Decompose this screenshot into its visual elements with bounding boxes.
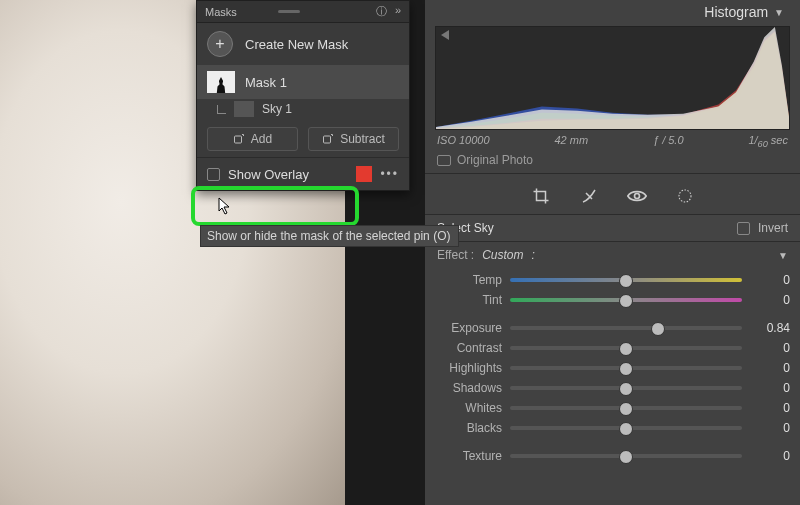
tooltip-text: Show or hide the mask of the selected pi… bbox=[207, 229, 450, 243]
slider-track[interactable] bbox=[510, 381, 742, 395]
slider-track[interactable] bbox=[510, 401, 742, 415]
slider-knob[interactable] bbox=[619, 274, 633, 288]
slider-label: Blacks bbox=[435, 421, 502, 435]
mask-subitem[interactable]: Sky 1 bbox=[197, 99, 409, 121]
slider-track[interactable] bbox=[510, 341, 742, 355]
chevron-down-icon: ▼ bbox=[774, 7, 784, 18]
overlay-color-swatch[interactable] bbox=[356, 166, 372, 182]
mask-tool-icon[interactable] bbox=[675, 186, 695, 206]
slider-label: Highlights bbox=[435, 361, 502, 375]
slider-label: Exposure bbox=[435, 321, 502, 335]
slider-value: 0 bbox=[750, 273, 790, 287]
slider-temp[interactable]: Temp0 bbox=[435, 270, 790, 290]
mask-item[interactable]: Mask 1 bbox=[197, 65, 409, 99]
slider-tint[interactable]: Tint0 bbox=[435, 290, 790, 310]
histogram-chart[interactable] bbox=[435, 26, 790, 130]
subtract-icon bbox=[322, 133, 334, 145]
subtract-button[interactable]: Subtract bbox=[308, 127, 399, 151]
slider-knob[interactable] bbox=[619, 402, 633, 416]
svg-rect-3 bbox=[324, 136, 331, 143]
slider-track[interactable] bbox=[510, 449, 742, 463]
masks-title-icons: ⓘ » bbox=[376, 4, 401, 19]
tooltip: Show or hide the mask of the selected pi… bbox=[200, 225, 459, 247]
create-mask-row[interactable]: + Create New Mask bbox=[197, 23, 409, 65]
add-subtract-row: Add Subtract bbox=[197, 121, 409, 157]
clip-left-icon[interactable] bbox=[441, 30, 449, 40]
slider-label: Tint bbox=[435, 293, 502, 307]
mask-item-label: Mask 1 bbox=[245, 75, 287, 90]
slider-knob[interactable] bbox=[619, 362, 633, 376]
masks-titlebar[interactable]: Masks ⓘ » bbox=[197, 1, 409, 23]
redeye-tool-icon[interactable] bbox=[627, 186, 647, 206]
slider-value: 0 bbox=[750, 449, 790, 463]
info-icon[interactable]: ⓘ bbox=[376, 4, 387, 19]
original-photo-label: Original Photo bbox=[457, 153, 533, 167]
slider-contrast[interactable]: Contrast0 bbox=[435, 338, 790, 358]
slider-track[interactable] bbox=[510, 421, 742, 435]
readout-shutter: 1/60 sec bbox=[748, 134, 788, 149]
slider-value: 0 bbox=[750, 293, 790, 307]
slider-highlights[interactable]: Highlights0 bbox=[435, 358, 790, 378]
histogram-header[interactable]: Histogram ▼ bbox=[425, 0, 800, 22]
slider-value: 0 bbox=[750, 421, 790, 435]
tool-row bbox=[425, 178, 800, 214]
slider-blacks[interactable]: Blacks0 bbox=[435, 418, 790, 438]
mask-thumb-icon bbox=[207, 71, 235, 93]
slider-knob[interactable] bbox=[619, 342, 633, 356]
divider bbox=[425, 173, 800, 174]
more-icon[interactable]: ••• bbox=[380, 167, 399, 181]
slider-group: Temp0Tint0Exposure0.84Contrast0Highlight… bbox=[425, 268, 800, 468]
sky-thumb-icon bbox=[234, 101, 254, 117]
slider-track[interactable] bbox=[510, 321, 742, 335]
slider-knob[interactable] bbox=[619, 294, 633, 308]
mask-subitem-label: Sky 1 bbox=[262, 102, 292, 116]
slider-label: Temp bbox=[435, 273, 502, 287]
slider-knob[interactable] bbox=[651, 322, 665, 336]
panel-grip-icon[interactable] bbox=[278, 10, 300, 13]
masks-panel[interactable]: Masks ⓘ » + Create New Mask Mask 1 Sky 1… bbox=[196, 0, 410, 191]
readout-aperture: ƒ / 5.0 bbox=[653, 134, 684, 149]
slider-shadows[interactable]: Shadows0 bbox=[435, 378, 790, 398]
slider-value: 0.84 bbox=[750, 321, 790, 335]
slider-track[interactable] bbox=[510, 361, 742, 375]
disclosure-icon[interactable]: ▼ bbox=[778, 250, 788, 261]
add-button[interactable]: Add bbox=[207, 127, 298, 151]
histogram-readout: ISO 10000 42 mm ƒ / 5.0 1/60 sec bbox=[437, 134, 788, 149]
slider-track[interactable] bbox=[510, 293, 742, 307]
show-overlay-checkbox[interactable] bbox=[207, 168, 220, 181]
tree-corner-icon bbox=[217, 105, 226, 114]
right-panel: Histogram ▼ ISO 10000 42 mm ƒ / 5.0 1/60… bbox=[425, 0, 800, 505]
heal-tool-icon[interactable] bbox=[579, 186, 599, 206]
slider-knob[interactable] bbox=[619, 450, 633, 464]
crop-tool-icon[interactable] bbox=[531, 186, 551, 206]
slider-whites[interactable]: Whites0 bbox=[435, 398, 790, 418]
slider-value: 0 bbox=[750, 341, 790, 355]
slider-value: 0 bbox=[750, 381, 790, 395]
section-header: Select Sky Invert bbox=[425, 214, 800, 242]
invert-label: Invert bbox=[758, 221, 788, 235]
add-label: Add bbox=[251, 132, 272, 146]
original-photo-toggle[interactable]: Original Photo bbox=[437, 153, 788, 167]
effect-value: Custom bbox=[482, 248, 523, 262]
histogram-title: Histogram bbox=[704, 4, 768, 20]
slider-label: Whites bbox=[435, 401, 502, 415]
effect-row[interactable]: Effect : Custom : ▼ bbox=[425, 242, 800, 268]
collapse-icon[interactable]: » bbox=[395, 4, 401, 19]
invert-checkbox[interactable] bbox=[737, 222, 750, 235]
slider-label: Texture bbox=[435, 449, 502, 463]
subtract-label: Subtract bbox=[340, 132, 385, 146]
slider-knob[interactable] bbox=[619, 382, 633, 396]
create-mask-button[interactable]: + bbox=[207, 31, 233, 57]
show-overlay-label: Show Overlay bbox=[228, 167, 309, 182]
checkbox-icon bbox=[437, 155, 451, 166]
slider-track[interactable] bbox=[510, 273, 742, 287]
show-overlay-row[interactable]: Show Overlay ••• bbox=[197, 157, 409, 190]
slider-texture[interactable]: Texture0 bbox=[435, 446, 790, 466]
add-icon bbox=[233, 133, 245, 145]
slider-value: 0 bbox=[750, 401, 790, 415]
slider-knob[interactable] bbox=[619, 422, 633, 436]
slider-value: 0 bbox=[750, 361, 790, 375]
slider-exposure[interactable]: Exposure0.84 bbox=[435, 318, 790, 338]
slider-label: Contrast bbox=[435, 341, 502, 355]
masks-title-label: Masks bbox=[205, 6, 237, 18]
